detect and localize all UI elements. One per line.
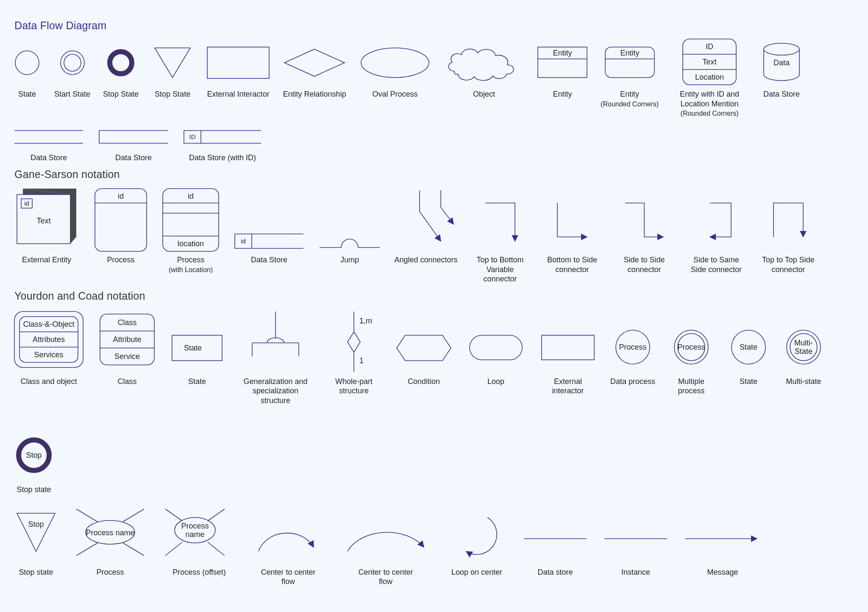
svg-point-2 xyxy=(64,54,81,71)
svg-text:name: name xyxy=(185,530,204,539)
shape-yc-state-circle: State State xyxy=(727,310,770,387)
svg-text:Location: Location xyxy=(695,73,724,81)
shape-message-arrow: Message xyxy=(682,501,763,577)
svg-text:id: id xyxy=(241,237,246,245)
svg-text:Attributes: Attributes xyxy=(33,335,65,344)
svg-rect-73 xyxy=(542,335,594,360)
svg-marker-6 xyxy=(284,49,345,76)
shape-gs-process: id Process xyxy=(93,188,148,265)
svg-marker-67 xyxy=(348,332,360,352)
shape-yc-external-interactor: External interactor xyxy=(538,310,598,396)
shape-instance-line: Instance xyxy=(602,501,670,577)
svg-text:Process name: Process name xyxy=(86,529,134,537)
svg-point-20 xyxy=(764,43,799,55)
shape-data-process: Process Data process xyxy=(610,310,655,387)
svg-text:id: id xyxy=(188,192,194,200)
svg-line-95 xyxy=(165,509,182,521)
svg-text:Data: Data xyxy=(773,58,790,67)
shape-class: Class Attribute Service Class xyxy=(97,310,157,387)
svg-text:1,m: 1,m xyxy=(359,317,372,325)
svg-line-91 xyxy=(76,543,97,556)
svg-marker-26 xyxy=(23,189,76,244)
svg-line-97 xyxy=(165,542,182,556)
svg-line-46 xyxy=(441,207,453,224)
svg-text:ID: ID xyxy=(706,42,713,51)
shape-entity-rounded: Entity Entity(Rounded Corners) xyxy=(601,39,659,108)
connector-side-side: Side to Side connector xyxy=(615,188,674,274)
svg-text:Attribute: Attribute xyxy=(113,335,141,344)
shape-entity-relationship: Entity Relationship xyxy=(283,39,346,99)
svg-rect-72 xyxy=(470,335,522,360)
svg-text:Class: Class xyxy=(117,318,136,327)
shape-loop-center: Loop on center xyxy=(445,501,509,577)
shape-yc-state-rect: State State xyxy=(170,310,225,387)
yc-row-2: Stop Stop state Process name Process Pro… xyxy=(13,501,855,587)
dfd-row-1: State Start State Stop State Stop State … xyxy=(13,39,855,118)
svg-text:Entity: Entity xyxy=(553,49,572,57)
svg-line-89 xyxy=(76,509,97,522)
shape-whole-part: 1,m 1 Whole-part structure xyxy=(326,310,381,396)
shape-data-store-cylinder: Data Data Store xyxy=(760,39,803,99)
svg-point-3 xyxy=(110,52,132,74)
svg-text:Multi-: Multi- xyxy=(794,339,813,347)
svg-marker-87 xyxy=(17,513,55,551)
svg-text:1: 1 xyxy=(359,356,364,365)
svg-text:Process: Process xyxy=(181,522,209,530)
svg-text:ID: ID xyxy=(189,133,196,140)
svg-line-44 xyxy=(420,211,441,241)
shape-external-interactor: External Interactor xyxy=(206,39,270,99)
shape-gs-process-location: id location Process(with Location) xyxy=(161,188,220,274)
shape-entity: Entity Entity xyxy=(537,39,588,99)
svg-marker-4 xyxy=(155,48,190,78)
section-title-yourdon-coad: Yourdon and Coad notation xyxy=(14,290,855,302)
shape-condition: Condition xyxy=(394,310,453,387)
connector-bottom-side: Bottom to Side connector xyxy=(542,188,602,274)
shape-multi-state: Multi-State Multi-state xyxy=(782,310,825,387)
shape-oval-process: Oval Process xyxy=(359,39,431,99)
shape-datastore-open: Data Store xyxy=(13,124,85,163)
shape-object-cloud: Object xyxy=(444,39,524,99)
svg-line-98 xyxy=(208,542,225,556)
shape-center-flow-2: Center to center flow xyxy=(339,501,432,587)
shape-stop-state-triangle: Stop State xyxy=(151,39,194,99)
shape-loop: Loop xyxy=(466,310,526,387)
svg-point-0 xyxy=(15,51,39,75)
svg-text:Stop: Stop xyxy=(28,520,44,529)
svg-text:Class-&-Object: Class-&-Object xyxy=(23,320,74,328)
yc-row-1: Class-&-Object Attributes Services Class… xyxy=(13,310,855,495)
shape-datastore-closed-left: Data Store xyxy=(97,124,170,163)
svg-text:Stop: Stop xyxy=(26,451,42,459)
svg-point-7 xyxy=(361,48,429,78)
shape-yc-process: Process name Process xyxy=(72,501,148,577)
svg-line-96 xyxy=(208,509,225,521)
svg-rect-5 xyxy=(207,47,269,78)
svg-marker-71 xyxy=(397,335,451,361)
shape-state: State xyxy=(13,39,42,99)
svg-text:location: location xyxy=(178,239,204,248)
svg-line-90 xyxy=(123,509,144,522)
dfd-row-2: Data Store Data Store ID Data Store (wit… xyxy=(13,124,855,163)
connector-angled: Angled connectors xyxy=(394,188,458,265)
shape-yc-stop-state-triangle: Stop Stop state xyxy=(13,501,59,577)
shape-class-and-object: Class-&-Object Attributes Services Class… xyxy=(13,310,85,387)
connector-top-bottom: Top to Bottom Variable connector xyxy=(470,188,530,284)
shape-external-entity-3d: id Text External Entity xyxy=(13,188,81,265)
svg-text:Text: Text xyxy=(703,58,717,66)
shape-yc-process-offset: Process name Process (offset) xyxy=(161,501,237,577)
svg-text:Service: Service xyxy=(114,352,140,361)
svg-text:Services: Services xyxy=(34,351,63,359)
section-title-dfd: Data Flow Diagram xyxy=(14,19,855,32)
connector-side-same-side: Side to Same Side connector xyxy=(687,188,746,274)
svg-text:State: State xyxy=(184,344,202,352)
svg-line-92 xyxy=(123,543,144,556)
shape-entity-id-location: ID Text Location Entity with ID and Loca… xyxy=(671,39,748,118)
shape-yc-datastore-line: Data store xyxy=(521,501,589,577)
shape-jump: Jump xyxy=(318,188,381,265)
svg-text:State: State xyxy=(795,347,812,356)
svg-text:Entity: Entity xyxy=(620,49,639,57)
shape-gen-spec: Generalization and specialization struct… xyxy=(237,310,314,406)
svg-text:Process: Process xyxy=(678,343,705,351)
section-title-gane-sarson: Gane-Sarson notation xyxy=(14,168,855,181)
shape-multiple-process: Process Multiple process xyxy=(668,310,715,396)
gs-row: id Text External Entity id Process id lo… xyxy=(13,188,855,284)
